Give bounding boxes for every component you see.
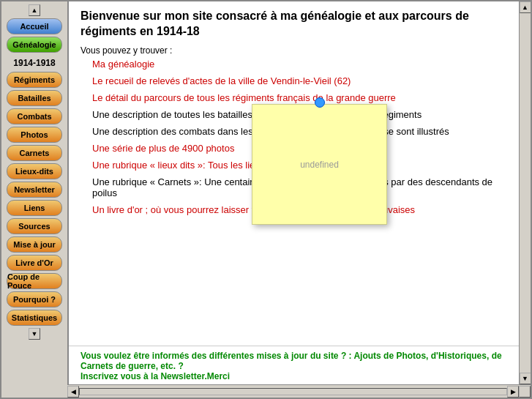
sidebar-item-newsletter[interactable]: Newsletter (7, 182, 62, 198)
sticky-note: undefined (252, 104, 387, 225)
intro-text: Vous pouvez y trouver : (80, 45, 507, 56)
sidebar-item-combats[interactable]: Combats (7, 108, 62, 124)
sidebar-item-carnets[interactable]: Carnets (7, 145, 62, 161)
sidebar-item-lieux-dits[interactable]: Lieux-dits (7, 163, 62, 179)
sidebar-item-statistiques[interactable]: Statistiques (7, 310, 62, 326)
vertical-scrollbar: ▲ ▼ (519, 1, 531, 384)
sidebar-item-photos[interactable]: Photos (7, 127, 62, 143)
hscroll-right-btn[interactable]: ▶ (507, 386, 519, 398)
sidebar-item-accueil[interactable]: Accueil (7, 18, 62, 34)
sticky-pin-icon (315, 97, 325, 108)
sidebar-scroll-up[interactable]: ▲ (29, 4, 40, 16)
sidebar-item-coup-de-pouce[interactable]: Coup de Pouce (7, 273, 62, 289)
sidebar-scroll-down[interactable]: ▼ (29, 328, 40, 340)
sidebar-item-livre-dor[interactable]: Livre d'Or (7, 255, 62, 271)
page-title: Bienvenue sur mon site consacré à ma gén… (80, 9, 507, 40)
vscroll-down-btn[interactable]: ▼ (520, 373, 531, 384)
sticky-note-text: undefined (300, 160, 339, 170)
vscroll-up-btn[interactable]: ▲ (520, 1, 531, 13)
bottom-bar: ◀ ▶ (67, 384, 531, 398)
footer-line2: Inscrivez vous à la Newsletter.Merci (80, 371, 507, 381)
list-item: Le détail du parcours de tous les régime… (80, 92, 507, 103)
sidebar-item-batailles[interactable]: Batailles (7, 90, 62, 106)
content-area: undefined Bienvenue sur mon site consacr… (67, 1, 519, 384)
sidebar: ▲ Accueil Généalogie 1914-1918 Régiments… (1, 1, 67, 398)
sidebar-item-pourquoi[interactable]: Pourquoi ? (7, 291, 62, 307)
sidebar-item-liens[interactable]: Liens (7, 200, 62, 216)
sidebar-item-genealogie[interactable]: Généalogie (7, 37, 62, 53)
footer-notice: Vous voulez être informés des différente… (69, 346, 519, 384)
content-scroll[interactable]: undefined Bienvenue sur mon site consacr… (69, 1, 519, 346)
sidebar-item-mise-a-jour[interactable]: Mise à jour (7, 236, 62, 253)
corner-resize (519, 386, 531, 398)
footer-line1: Vous voulez être informés des différente… (80, 351, 507, 371)
vscroll-track[interactable] (520, 13, 531, 373)
sidebar-item-sources[interactable]: Sources (7, 218, 62, 234)
list-item: Ma généalogie (80, 59, 507, 70)
sidebar-item-regiments[interactable]: Régiments (7, 72, 62, 88)
hscroll-track[interactable] (79, 388, 507, 395)
list-item: Le recueil de relevés d'actes de la vill… (80, 75, 507, 86)
sidebar-section-title: 1914-1918 (13, 58, 55, 68)
hscroll-left-btn[interactable]: ◀ (67, 386, 79, 398)
